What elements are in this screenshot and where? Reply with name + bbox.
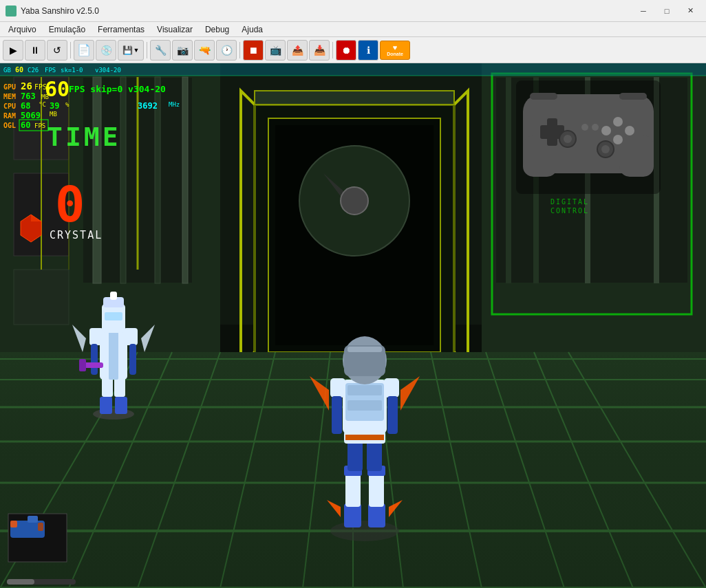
minimize-button[interactable]: ─	[633, 4, 654, 18]
svg-rect-85	[387, 396, 398, 434]
svg-text:OGL: OGL	[3, 122, 16, 129]
svg-rect-82	[330, 378, 345, 398]
toolbar-open-button[interactable]: 📄	[74, 40, 94, 61]
svg-text:DIGITAL: DIGITAL	[550, 198, 589, 206]
svg-rect-61	[79, 359, 86, 371]
menu-item-visualizar[interactable]: Visualizar	[151, 23, 198, 36]
toolbar-info-button[interactable]: ℹ	[358, 40, 378, 61]
svg-point-128	[581, 124, 588, 131]
svg-point-124	[613, 117, 623, 127]
svg-rect-52	[100, 397, 112, 414]
close-button[interactable]: ✕	[680, 4, 700, 18]
svg-text:MB: MB	[50, 111, 57, 118]
toolbar-play-button[interactable]: ▶	[3, 40, 23, 61]
toolbar-separator-3	[239, 42, 240, 58]
toolbar-cdrom-button[interactable]: 💿	[96, 40, 116, 61]
toolbar-separator-1	[70, 42, 71, 58]
svg-rect-56	[89, 328, 103, 345]
svg-text:60: 60	[21, 120, 30, 130]
menu-bar: ArquivoEmulaçãoFerramentasVisualizarDebu…	[0, 22, 706, 37]
svg-rect-67	[344, 503, 361, 527]
svg-text:MHz: MHz	[169, 101, 180, 108]
svg-rect-121	[619, 135, 654, 177]
svg-point-131	[564, 135, 572, 143]
svg-text:68: 68	[21, 101, 30, 111]
svg-rect-142	[10, 521, 17, 527]
svg-rect-83	[384, 378, 399, 398]
svg-text:GPU: GPU	[3, 83, 16, 91]
toolbar-clock-button[interactable]: 🕐	[216, 40, 237, 61]
svg-rect-57	[124, 328, 138, 345]
svg-rect-84	[332, 396, 342, 434]
svg-text:v304-20: v304-20	[95, 67, 121, 74]
svg-rect-76	[345, 435, 384, 440]
svg-rect-59	[129, 344, 136, 375]
svg-point-133	[601, 145, 610, 153]
svg-text:RAM: RAM	[3, 112, 16, 120]
toolbar-screenshot-button[interactable]: 📷	[172, 40, 193, 61]
svg-rect-65	[110, 292, 117, 300]
svg-rect-11	[120, 77, 126, 283]
app-icon	[6, 6, 17, 17]
toolbar-memory-button[interactable]: ⏹	[243, 40, 264, 61]
svg-rect-17	[506, 77, 511, 283]
toolbar-settings-button[interactable]: 🔧	[150, 40, 171, 61]
title-text: Yaba Sanshiro v2.5.0	[21, 6, 99, 16]
menu-item-debug[interactable]: Debug	[200, 23, 235, 36]
svg-rect-80	[347, 385, 382, 395]
menu-item-emulação[interactable]: Emulação	[43, 23, 91, 36]
svg-text:CPU: CPU	[3, 102, 16, 110]
menu-item-ferramentas[interactable]: Ferramentas	[92, 23, 150, 36]
toolbar-refresh-button[interactable]: ↺	[47, 40, 67, 61]
svg-point-127	[601, 126, 611, 135]
svg-rect-68	[368, 503, 385, 527]
toolbar-export2-button[interactable]: 📥	[309, 40, 330, 61]
svg-text:TIME: TIME	[47, 122, 121, 152]
toolbar-gun-button[interactable]: 🔫	[194, 40, 215, 61]
svg-rect-63	[105, 312, 122, 320]
toolbar-pause-button[interactable]: ⏸	[25, 40, 45, 61]
game-area: 7	[0, 63, 706, 588]
svg-rect-13	[182, 77, 188, 283]
svg-point-47	[93, 409, 134, 420]
svg-point-125	[625, 126, 634, 135]
svg-text:MEM: MEM	[3, 93, 16, 100]
svg-rect-89	[347, 347, 382, 352]
svg-point-126	[613, 135, 623, 144]
svg-rect-81	[347, 400, 382, 411]
svg-point-66	[330, 521, 399, 541]
svg-rect-134	[530, 93, 557, 100]
toolbar-save-button[interactable]: 💾▼	[118, 40, 144, 61]
window-controls: ─ □ ✕	[633, 4, 700, 18]
title-left: Yaba Sanshiro v2.5.0	[6, 6, 99, 17]
game-scene-svg: 7	[0, 63, 706, 588]
svg-rect-55	[109, 331, 118, 380]
svg-text:C26: C26	[28, 67, 39, 74]
menu-item-ajuda[interactable]: Ajuda	[236, 23, 268, 36]
title-bar: Yaba Sanshiro v2.5.0 ─ □ ✕	[0, 0, 706, 22]
svg-text:3692: 3692	[138, 101, 158, 111]
toolbar-screen-button[interactable]: 📺	[265, 40, 286, 61]
toolbar-stop-button[interactable]: ⏺	[336, 40, 356, 61]
svg-text:FPS: FPS	[34, 122, 45, 129]
menu-item-arquivo[interactable]: Arquivo	[3, 23, 42, 36]
svg-text:5069: 5069	[21, 111, 41, 120]
restore-button[interactable]: □	[656, 4, 677, 18]
svg-rect-58	[91, 344, 98, 375]
svg-rect-5	[14, 270, 69, 325]
svg-text:FPS: FPS	[45, 67, 56, 74]
svg-rect-141	[38, 523, 43, 531]
toolbar-donate-button[interactable]: ♥Donate	[380, 41, 410, 60]
toolbar-cart-button[interactable]: 📤	[287, 40, 308, 61]
svg-rect-26	[255, 91, 454, 105]
svg-point-129	[592, 124, 599, 131]
svg-rect-140	[28, 516, 38, 523]
svg-rect-10	[93, 77, 101, 283]
svg-text:CONTROL: CONTROL	[550, 207, 589, 215]
svg-rect-151	[7, 579, 34, 585]
svg-text:GB: GB	[3, 67, 11, 74]
svg-rect-149	[0, 75, 706, 76]
toolbar-separator-2	[147, 42, 147, 58]
svg-text:60: 60	[15, 66, 23, 74]
svg-text:MB: MB	[41, 94, 49, 100]
